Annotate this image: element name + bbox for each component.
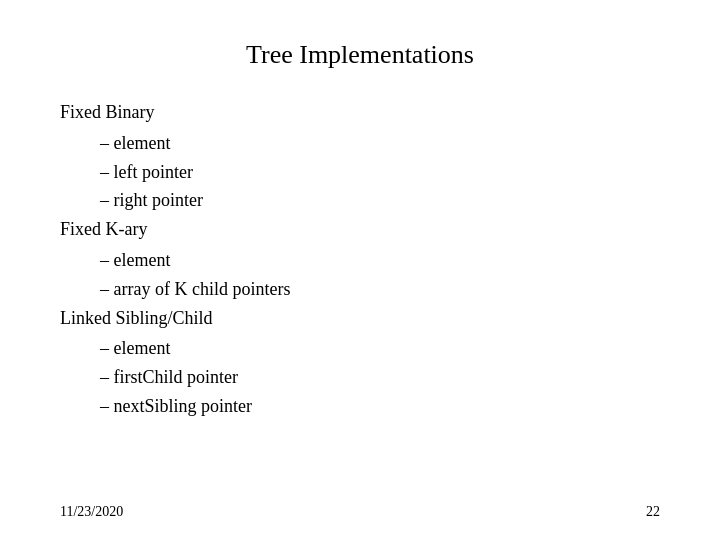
section-linked-sibling: Linked Sibling/Child: [60, 304, 660, 333]
list-item: – element: [60, 129, 660, 158]
footer-page: 22: [646, 504, 660, 520]
list-item: – element: [60, 334, 660, 363]
list-item: – element: [60, 246, 660, 275]
list-item: – nextSibling pointer: [60, 392, 660, 421]
section-fixed-binary: Fixed Binary: [60, 98, 660, 127]
list-item: – firstChild pointer: [60, 363, 660, 392]
slide-title: Tree Implementations: [60, 40, 660, 70]
list-item: – left pointer: [60, 158, 660, 187]
slide-content: Fixed Binary – element – left pointer – …: [60, 98, 660, 421]
slide: Tree Implementations Fixed Binary – elem…: [0, 0, 720, 540]
list-item: – array of K child pointers: [60, 275, 660, 304]
section-fixed-kary: Fixed K-ary: [60, 215, 660, 244]
footer-date: 11/23/2020: [60, 504, 123, 520]
list-item: – right pointer: [60, 186, 660, 215]
